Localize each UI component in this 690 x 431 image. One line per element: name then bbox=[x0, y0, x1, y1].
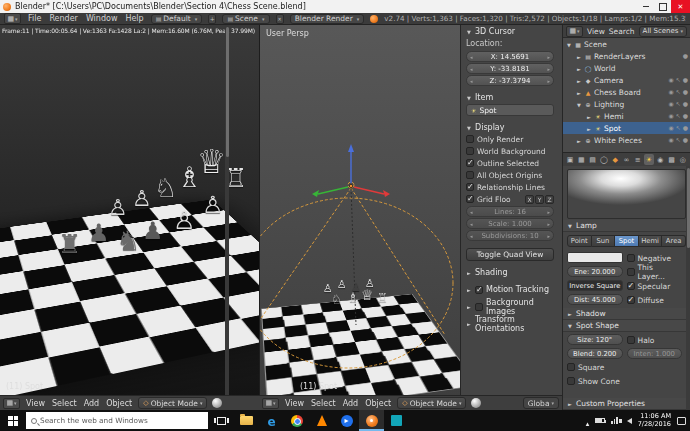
panel-header-spot-shape[interactable]: Spot Shape bbox=[563, 320, 690, 332]
lamp-color-swatch[interactable] bbox=[567, 252, 623, 263]
lamp-type-hemi[interactable]: Hemi bbox=[639, 235, 663, 247]
scene-tab-icon[interactable]: ▦ bbox=[576, 154, 586, 165]
menu-view[interactable]: View bbox=[284, 399, 305, 408]
disclosure-triangle-icon[interactable] bbox=[567, 309, 573, 318]
checkbox-icon[interactable] bbox=[567, 363, 575, 371]
panel-header-shading[interactable]: Shading bbox=[466, 267, 554, 278]
disclosure-triangle-icon[interactable] bbox=[576, 52, 582, 61]
disclosure-triangle-icon[interactable] bbox=[567, 399, 573, 408]
window-titlebar[interactable]: Blender* [C:\Users\PC\Documents\Blender\… bbox=[0, 0, 690, 13]
layers-tab-icon[interactable]: ▤ bbox=[588, 154, 598, 165]
disclosure-triangle-icon[interactable] bbox=[586, 112, 592, 121]
panel-header-lamp[interactable]: Lamp bbox=[563, 220, 690, 232]
disclosure-triangle-icon[interactable] bbox=[466, 268, 472, 277]
start-button[interactable] bbox=[0, 410, 26, 431]
outliner-row-world[interactable]: World bbox=[563, 62, 690, 74]
renderability-icon[interactable] bbox=[683, 113, 688, 119]
checkbox-icon[interactable] bbox=[466, 171, 474, 179]
menu-view[interactable]: View bbox=[25, 399, 46, 408]
object-name-field[interactable]: Spot bbox=[466, 104, 554, 116]
task-view-button[interactable] bbox=[208, 410, 234, 431]
specular-checkbox[interactable]: Specular bbox=[627, 280, 683, 292]
editor-type-button[interactable] bbox=[566, 26, 583, 37]
material-tab-icon[interactable]: ◉ bbox=[655, 154, 665, 165]
disclosure-triangle-icon[interactable] bbox=[466, 27, 472, 36]
checkbox-icon[interactable] bbox=[475, 286, 483, 294]
checkbox-icon[interactable] bbox=[466, 147, 474, 155]
taskbar-clock[interactable]: 11:06 AM7/28/2016 bbox=[638, 413, 671, 428]
panel-header-display[interactable]: Display bbox=[466, 122, 554, 133]
distance-field[interactable]: Dist: 45.000 bbox=[567, 294, 623, 305]
grid-floor-checkbox[interactable]: Grid Floo X Y Z bbox=[466, 193, 554, 205]
visibility-eye-icon[interactable] bbox=[668, 101, 673, 107]
scrollbar-thumb[interactable] bbox=[687, 168, 690, 248]
toggle-quad-view-button[interactable]: Toggle Quad View bbox=[466, 248, 554, 261]
interaction-mode-dropdown[interactable]: Object Mode bbox=[138, 397, 207, 409]
selectability-icon[interactable] bbox=[676, 113, 681, 119]
viewport-middle[interactable]: ♙♙♟♙♘♗♕♖ User Persp (11) Spot bbox=[259, 25, 460, 395]
panel-header-item[interactable]: Item bbox=[466, 92, 554, 103]
relationship-lines-checkbox[interactable]: Relationship Lines bbox=[466, 181, 554, 193]
editor-type-button[interactable] bbox=[262, 398, 279, 409]
x-axis-handle[interactable] bbox=[354, 187, 384, 194]
checkbox-icon[interactable] bbox=[627, 268, 635, 276]
halo-intensity-slider[interactable]: Inten: 1.000 bbox=[627, 348, 683, 359]
disclosure-triangle-icon[interactable] bbox=[576, 76, 582, 85]
viewport-shading-dropdown[interactable] bbox=[471, 398, 481, 408]
panel-header-transform-orientations[interactable]: Transform Orientations bbox=[466, 318, 554, 329]
energy-slider[interactable]: Ene: 20.000 bbox=[567, 266, 623, 277]
outliner-menu-view[interactable]: View bbox=[587, 27, 605, 36]
this-layer-only-checkbox[interactable]: This Layer... bbox=[627, 266, 683, 278]
render-tab-icon[interactable]: ▣ bbox=[565, 154, 575, 165]
outliner-row-scene[interactable]: Scene bbox=[563, 38, 690, 50]
taskbar-search-box[interactable]: Search the web and Windows bbox=[26, 412, 208, 429]
checkbox-icon[interactable] bbox=[466, 183, 474, 191]
menu-help[interactable]: Help bbox=[124, 14, 144, 23]
action-center-icon[interactable] bbox=[677, 417, 686, 425]
checkbox-icon[interactable] bbox=[466, 159, 474, 167]
spot-lamp-widget[interactable] bbox=[260, 25, 460, 395]
battery-icon[interactable] bbox=[595, 418, 605, 423]
panel-header-3d-cursor[interactable]: 3D Cursor bbox=[466, 26, 554, 37]
network-icon[interactable] bbox=[611, 417, 618, 424]
data-tab-icon[interactable]: ☀ bbox=[644, 154, 654, 165]
disclosure-triangle-icon[interactable] bbox=[466, 319, 472, 328]
checkbox-icon[interactable] bbox=[627, 336, 635, 344]
show-cone-checkbox[interactable]: Show Cone bbox=[567, 375, 623, 387]
checkbox-icon[interactable] bbox=[466, 135, 474, 143]
selectability-icon[interactable] bbox=[676, 77, 681, 83]
outliner-row-camera[interactable]: Camera bbox=[563, 74, 690, 86]
lamp-type-sun[interactable]: Sun bbox=[592, 235, 616, 247]
selectability-icon[interactable] bbox=[676, 125, 681, 131]
cursor-z-field[interactable]: Z: -37.3794 bbox=[466, 75, 554, 86]
selectability-icon[interactable] bbox=[676, 89, 681, 95]
selectability-icon[interactable] bbox=[676, 137, 681, 143]
only-render-checkbox[interactable]: Only Render bbox=[466, 133, 554, 145]
disclosure-triangle-icon[interactable] bbox=[466, 123, 472, 132]
visibility-eye-icon[interactable] bbox=[668, 125, 673, 131]
renderability-icon[interactable] bbox=[683, 137, 688, 143]
all-object-origins-checkbox[interactable]: All Object Origins bbox=[466, 169, 554, 181]
render-engine-dropdown[interactable]: Blender Render bbox=[290, 14, 365, 24]
taskbar-app-media-player[interactable] bbox=[334, 410, 359, 431]
visibility-eye-icon[interactable] bbox=[668, 113, 673, 119]
cursor-y-field[interactable]: Y: -33.8181 bbox=[466, 63, 554, 74]
grid-scale-slider[interactable]: Scale: 1.000 bbox=[466, 218, 554, 229]
cursor-x-field[interactable]: X: 14.5691 bbox=[466, 51, 554, 62]
square-checkbox[interactable]: Square bbox=[567, 361, 623, 373]
checkbox-icon[interactable] bbox=[627, 296, 635, 304]
checkbox-icon[interactable] bbox=[466, 195, 474, 203]
interaction-mode-dropdown[interactable]: Object Mode bbox=[397, 397, 466, 409]
npanel-scrollbar[interactable] bbox=[225, 25, 229, 395]
taskbar-app-edge[interactable] bbox=[259, 410, 284, 431]
scrollbar-thumb[interactable] bbox=[226, 27, 229, 157]
checkbox-icon[interactable] bbox=[475, 303, 483, 311]
unlink-scene-button[interactable] bbox=[276, 14, 284, 24]
y-axis-handle[interactable] bbox=[318, 187, 348, 194]
menu-select[interactable]: Select bbox=[310, 399, 337, 408]
taskbar-app-file-explorer[interactable] bbox=[234, 410, 259, 431]
visibility-eye-icon[interactable] bbox=[668, 137, 673, 143]
falloff-dropdown[interactable]: Inverse Square bbox=[567, 280, 623, 291]
physics-tab-icon[interactable]: ◎ bbox=[678, 154, 688, 165]
renderability-icon[interactable] bbox=[683, 101, 688, 107]
